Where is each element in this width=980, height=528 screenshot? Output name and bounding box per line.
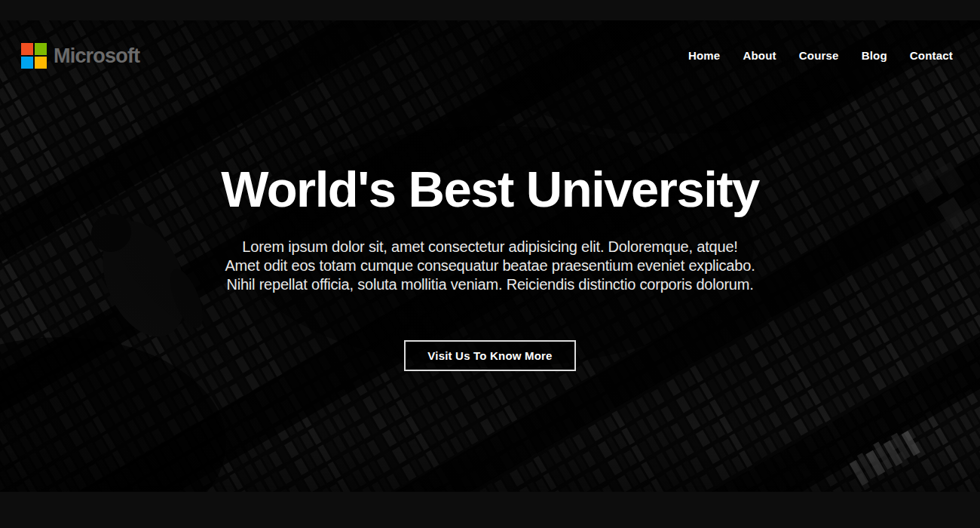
hero-description-line-2: Amet odit eos totam cumque consequatur b… (188, 256, 792, 275)
main-nav: Home About Course Blog Contact (688, 49, 953, 63)
hero-section: Microsoft Home About Course Blog Contact… (0, 20, 980, 492)
nav-item-contact: Contact (910, 49, 953, 63)
hero-content: World's Best University Lorem ipsum dolo… (0, 160, 980, 371)
nav-item-home: Home (688, 49, 720, 63)
hero-title: World's Best University (0, 160, 980, 218)
hero-description-line-1: Lorem ipsum dolor sit, amet consectetur … (188, 238, 792, 256)
hero-description: Lorem ipsum dolor sit, amet consectetur … (188, 238, 792, 294)
hero-description-line-3: Nihil repellat officia, soluta mollitia … (188, 275, 792, 294)
nav-list: Home About Course Blog Contact (688, 49, 953, 63)
visit-us-button[interactable]: Visit Us To Know More (404, 340, 575, 371)
microsoft-logo-icon (21, 43, 47, 69)
nav-link-course[interactable]: Course (799, 49, 839, 62)
nav-item-course: Course (799, 49, 839, 63)
logo-square-blue (21, 57, 33, 69)
nav-item-about: About (743, 49, 776, 63)
nav-link-home[interactable]: Home (688, 49, 720, 62)
nav-item-blog: Blog (862, 49, 887, 63)
brand-name: Microsoft (54, 45, 139, 68)
nav-link-blog[interactable]: Blog (862, 49, 887, 62)
microsoft-logo[interactable]: Microsoft (21, 43, 139, 69)
nav-link-about[interactable]: About (743, 49, 776, 62)
logo-square-yellow (35, 57, 47, 69)
site-header: Microsoft Home About Course Blog Contact (0, 20, 980, 82)
logo-square-green (35, 43, 47, 55)
logo-square-red (21, 43, 33, 55)
nav-link-contact[interactable]: Contact (910, 49, 953, 62)
